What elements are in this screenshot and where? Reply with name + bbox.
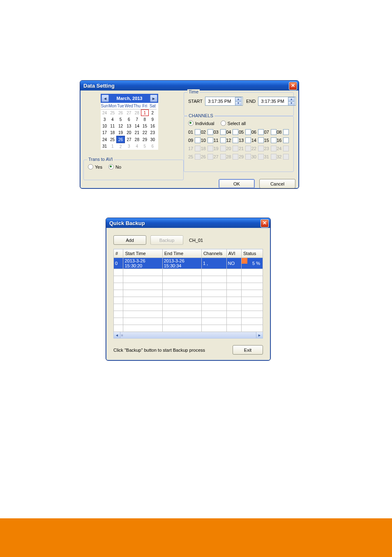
end-time-input[interactable]: 3:17:35 PM ▲▼: [258, 97, 296, 106]
channel-checkbox[interactable]: [271, 137, 277, 143]
calendar-day-cell[interactable]: 27: [125, 136, 133, 143]
calendar-day-cell[interactable]: 23: [149, 129, 157, 136]
calendar-day-cell[interactable]: 19: [117, 129, 125, 136]
prev-month-button[interactable]: ◄: [101, 95, 109, 102]
titlebar[interactable]: Quick Backup ✕: [106, 218, 270, 228]
close-icon[interactable]: ✕: [289, 82, 297, 90]
spinner-icon[interactable]: ▲▼: [235, 97, 242, 106]
channel-checkbox[interactable]: [245, 129, 251, 135]
table-cell: [162, 318, 201, 325]
calendar-day-cell[interactable]: 1: [141, 109, 149, 116]
table-cell: [242, 325, 263, 332]
next-month-button[interactable]: ►: [150, 95, 157, 102]
channel-checkbox[interactable]: [245, 137, 251, 143]
channel-checkbox[interactable]: [258, 137, 264, 143]
calendar-day-cell[interactable]: 9: [149, 116, 157, 123]
channel-checkbox[interactable]: [220, 137, 226, 143]
calendar-day-cell[interactable]: 5: [117, 116, 125, 123]
channel-checkbox[interactable]: [208, 129, 213, 135]
channel-checkbox[interactable]: [271, 129, 277, 135]
calendar-day-cell[interactable]: 31: [101, 143, 108, 150]
calendar-day-cell[interactable]: 15: [141, 123, 149, 129]
calendar-month-label[interactable]: March, 2013: [109, 96, 150, 101]
channel-checkbox[interactable]: [195, 129, 201, 135]
horizontal-scrollbar[interactable]: ◄ ≡ ►: [113, 332, 263, 339]
hint-text: Click "Backup" button to start Backup pr…: [113, 348, 205, 353]
calendar-day-cell[interactable]: 12: [117, 123, 125, 129]
channel-checkbox[interactable]: [233, 129, 238, 135]
calendar-day-cell[interactable]: 7: [133, 116, 141, 123]
table-cell: 2013-3-26 15:30:20: [123, 258, 162, 269]
calendar-day-cell[interactable]: 2: [149, 109, 157, 116]
channel-checkbox[interactable]: [208, 137, 213, 143]
trans-to-avi-group: Trans to AVI Yes No: [83, 160, 184, 180]
channel-checkbox: [195, 146, 201, 151]
calendar-day-cell[interactable]: 28: [133, 136, 141, 143]
channel-checkbox[interactable]: [283, 129, 289, 135]
calendar-day-cell[interactable]: 25: [108, 136, 117, 143]
add-button[interactable]: Add: [113, 235, 146, 245]
calendar-day-cell[interactable]: 24: [101, 136, 108, 143]
table-cell: [162, 276, 201, 283]
calendar-day-cell[interactable]: 3: [101, 116, 108, 123]
ok-button[interactable]: OK: [219, 179, 255, 188]
table-header[interactable]: #: [114, 249, 123, 258]
calendar-day-cell: 27: [125, 109, 133, 116]
table-cell: [201, 283, 226, 290]
channel-checkbox: [258, 146, 264, 151]
table-cell: [162, 325, 201, 332]
table-row[interactable]: 02013-3-26 15:30:202013-3-26 15:30:341 ,…: [114, 258, 263, 269]
channel-checkbox[interactable]: [220, 129, 226, 135]
scroll-thumb[interactable]: ≡: [120, 332, 256, 338]
channels-individual-radio[interactable]: Individual: [188, 121, 214, 126]
channel-checkbox[interactable]: [233, 137, 238, 143]
scroll-right-icon[interactable]: ►: [256, 332, 263, 338]
trans-yes-radio[interactable]: Yes: [88, 164, 102, 169]
scroll-left-icon[interactable]: ◄: [114, 332, 120, 338]
calendar-day-cell: 2: [117, 143, 125, 150]
table-header[interactable]: Status: [242, 249, 263, 258]
calendar-day-cell[interactable]: 4: [108, 116, 117, 123]
channel-checkbox[interactable]: [195, 137, 201, 143]
cancel-button[interactable]: Cancel: [259, 179, 295, 188]
backup-table: #Start TimeEnd TimeChannelsAVIStatus 020…: [113, 249, 263, 332]
channel-number: 20: [226, 146, 233, 151]
calendar-day-cell[interactable]: 8: [141, 116, 149, 123]
channels-selectall-radio[interactable]: Select all: [221, 121, 246, 126]
channel-number: 10: [201, 138, 208, 143]
calendar-day-cell[interactable]: 21: [133, 129, 141, 136]
table-cell: [226, 283, 241, 290]
table-header[interactable]: End Time: [162, 249, 201, 258]
start-time-input[interactable]: 3:17:35 PM ▲▼: [205, 97, 243, 106]
calendar-day-cell[interactable]: 10: [101, 123, 108, 129]
calendar-day-cell[interactable]: 30: [149, 136, 157, 143]
calendar-day-cell[interactable]: 18: [108, 129, 117, 136]
calendar-day-cell[interactable]: 29: [141, 136, 149, 143]
channel-checkbox[interactable]: [258, 129, 264, 135]
calendar-day-cell[interactable]: 20: [125, 129, 133, 136]
channel-checkbox: [283, 146, 289, 151]
data-setting-dialog: Data Setting ✕ ◄ March, 2013 ► SunMonTue…: [80, 80, 299, 189]
calendar-day-cell[interactable]: 14: [133, 123, 141, 129]
channel-checkbox-grid: 0102030405060708091011121314151617181920…: [188, 129, 289, 160]
table-header[interactable]: AVI: [226, 249, 241, 258]
channel-number: 05: [239, 130, 245, 135]
calendar-day-cell[interactable]: 17: [101, 129, 108, 136]
table-header[interactable]: Start Time: [123, 249, 162, 258]
table-header[interactable]: Channels: [201, 249, 226, 258]
calendar-day-cell[interactable]: 13: [125, 123, 133, 129]
channels-group: CHANNELS Individual Select all 010203040…: [184, 116, 294, 172]
channel-checkbox: [245, 146, 251, 151]
exit-button[interactable]: Exit: [233, 345, 263, 355]
calendar-day-cell[interactable]: 6: [125, 116, 133, 123]
channel-number: 01: [188, 130, 195, 135]
close-icon[interactable]: ✕: [261, 219, 269, 227]
trans-no-radio[interactable]: No: [108, 164, 121, 169]
spinner-icon[interactable]: ▲▼: [288, 97, 295, 106]
channel-checkbox[interactable]: [283, 137, 289, 143]
calendar-day-cell[interactable]: 22: [141, 129, 149, 136]
calendar-day-cell[interactable]: 16: [149, 123, 157, 129]
backup-button[interactable]: Backup: [150, 235, 183, 245]
calendar-day-cell[interactable]: 26: [117, 136, 125, 143]
calendar-day-cell[interactable]: 11: [108, 123, 117, 129]
